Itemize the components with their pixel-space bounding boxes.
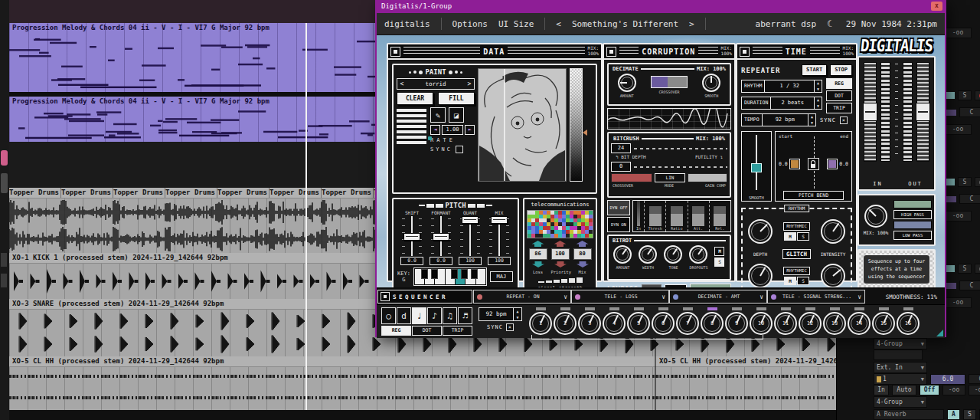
channel-dropdown[interactable]: 1 ▼ <box>874 373 927 385</box>
rate-value[interactable]: 1.00 <box>442 125 463 135</box>
gain-readout[interactable]: 6.0 <box>930 374 965 385</box>
clip-label[interactable]: Topper Drums 12 <box>61 188 113 198</box>
comp-meter-thresh[interactable]: Thresh <box>644 201 665 231</box>
record-arm-button[interactable] <box>975 90 980 100</box>
slider-value[interactable]: 100 <box>488 257 511 265</box>
piano-black-key[interactable] <box>461 269 468 279</box>
step-knob[interactable]: 12 <box>799 312 822 335</box>
mid-button[interactable]: M <box>784 232 796 241</box>
solo-button[interactable]: S <box>958 90 972 100</box>
volume-readout[interactable]: -oo <box>944 124 972 135</box>
output-fader[interactable] <box>916 62 929 162</box>
record-button[interactable] <box>1 150 8 166</box>
slider-handle[interactable] <box>433 233 449 241</box>
piano-black-key[interactable] <box>451 269 458 279</box>
sequencer-slot-dropdown[interactable]: TELE - LOSS ∨ <box>571 290 669 304</box>
close-button[interactable]: x <box>931 2 942 11</box>
seq-mode-button[interactable]: DOT <box>412 326 442 336</box>
section-mix[interactable]: MIX:100% <box>843 46 854 57</box>
slider-value[interactable]: 0.0 <box>430 257 452 265</box>
prev-icon[interactable]: < <box>397 80 407 87</box>
fader-handle[interactable] <box>863 103 877 121</box>
off-button[interactable]: Off <box>920 385 939 395</box>
step-knob[interactable]: 5 <box>627 312 650 335</box>
bend-end-value[interactable]: 0.0 <box>839 161 848 167</box>
preset-prev-button[interactable]: < <box>556 19 561 29</box>
slider-handle[interactable] <box>403 233 420 241</box>
step-knob[interactable]: 11 <box>774 312 797 335</box>
tele-value[interactable]: 100 <box>551 248 570 260</box>
lock-icon[interactable] <box>808 158 819 170</box>
step-knob[interactable]: 13 <box>823 312 846 335</box>
rate-up-icon[interactable]: ► <box>465 125 475 135</box>
input-dropdown[interactable]: Ext. In▼ <box>874 362 927 373</box>
fader-handle[interactable] <box>916 103 930 121</box>
mid-button[interactable]: M <box>784 277 796 285</box>
section-mix[interactable]: MIX:100% <box>721 46 732 57</box>
step-knob[interactable]: 10 <box>750 312 773 335</box>
piano-black-key[interactable] <box>421 269 428 279</box>
start-button[interactable]: START <box>802 64 827 76</box>
step-knob[interactable]: 3 <box>578 312 601 335</box>
moon-icon[interactable]: ☾ <box>827 18 835 29</box>
tele-value[interactable]: 80 <box>573 248 592 260</box>
tempo-spinner[interactable]: ▲▼ <box>808 114 815 126</box>
duration-value[interactable]: 2 beats <box>771 97 814 109</box>
seq-mode-button[interactable]: TRIP <box>443 326 472 336</box>
clip-label[interactable]: Topper Drums 12 <box>217 188 270 198</box>
step-knob[interactable]: 14 <box>848 312 871 335</box>
bend-end-handle[interactable] <box>828 159 837 169</box>
group-dropdown[interactable]: 4-Group▼ <box>874 338 927 349</box>
volume-readout[interactable]: -oo <box>944 297 972 308</box>
slider-track[interactable] <box>489 216 509 256</box>
clip-label[interactable]: Topper Drums 12 <box>322 188 374 198</box>
comp-meter-att[interactable]: Att. <box>688 201 709 231</box>
crossover-widget[interactable] <box>651 76 688 88</box>
sequencer-icon[interactable] <box>381 292 390 301</box>
rhythmic-button[interactable]: RHYTHMIC <box>783 222 810 231</box>
volume-readout[interactable]: -oo <box>944 28 972 38</box>
step-knob[interactable]: 16 <box>897 312 920 335</box>
next-icon[interactable]: > <box>465 80 474 87</box>
comp-meter-in[interactable]: In <box>633 201 644 231</box>
mix-knob[interactable] <box>864 205 887 228</box>
step-knob[interactable]: 9 <box>725 312 748 335</box>
slider-value[interactable]: 0.0 <box>400 257 423 265</box>
seq-mode-button[interactable]: REG <box>381 326 411 336</box>
bitrot-knob[interactable] <box>613 245 632 264</box>
sequencer-slot-dropdown[interactable]: REPEAT - ON ∨ <box>473 290 571 304</box>
glitch-rhythm-intensity-knob[interactable] <box>821 219 845 244</box>
slider-handle[interactable] <box>462 216 479 224</box>
group-dropdown[interactable]: 4-Group▼ <box>874 396 927 408</box>
step-knob[interactable]: 7 <box>676 312 699 335</box>
track-name-field[interactable] <box>874 349 923 360</box>
side-button[interactable]: S <box>797 277 809 285</box>
bit-depth-track[interactable] <box>634 148 727 149</box>
section-icon[interactable] <box>390 47 400 57</box>
paint-canvas[interactable] <box>478 68 567 182</box>
comp-meter-ratio[interactable]: Ratio <box>665 201 687 231</box>
crossover-low-band[interactable] <box>611 173 652 182</box>
eraser-tool-button[interactable]: ◪ <box>449 107 464 123</box>
slider-handle[interactable] <box>491 216 508 224</box>
piano-black-key[interactable] <box>471 269 478 279</box>
side-button[interactable]: S <box>797 232 809 241</box>
futility-track[interactable] <box>634 166 727 168</box>
pan-control[interactable]: C <box>959 194 980 204</box>
dither-gradient-bar[interactable] <box>570 68 583 182</box>
paint-preset-selector[interactable]: < torrid > <box>397 78 475 90</box>
glitch-rhythm-depth-knob[interactable] <box>748 219 773 244</box>
toolbar-button[interactable] <box>1 253 7 267</box>
step-knob[interactable]: 2 <box>554 312 577 335</box>
menu-digitalis[interactable]: digitalis <box>384 19 430 29</box>
amount-knob[interactable] <box>618 74 636 92</box>
rhythm-value[interactable]: 1 / 32 <box>765 80 814 92</box>
clip-label[interactable]: Topper Drums 12 <box>270 188 322 198</box>
seq-tempo-spinner[interactable]: 92 bpm ▲▼ <box>479 307 522 321</box>
clip-label[interactable]: Topper Drums 12 <box>9 188 61 198</box>
solo-button[interactable]: S <box>963 409 976 420</box>
volume-readout[interactable]: -oo <box>942 385 965 395</box>
menu-ui-size[interactable]: UI Size <box>498 19 534 29</box>
bitrot-knob[interactable] <box>639 245 657 264</box>
piano-keyboard[interactable] <box>413 267 487 286</box>
